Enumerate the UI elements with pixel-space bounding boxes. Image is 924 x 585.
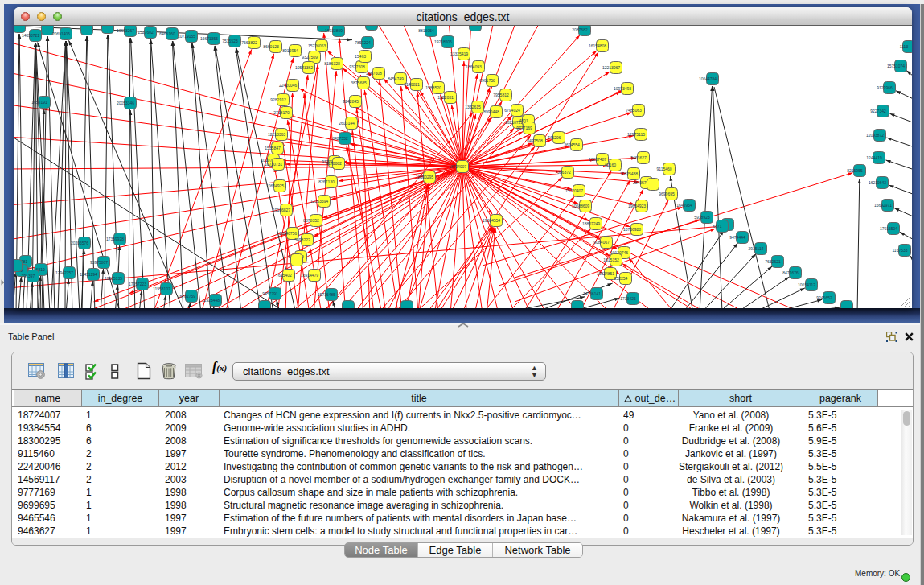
svg-text:8427552: 8427552 bbox=[332, 136, 348, 141]
svg-text:22420046: 22420046 bbox=[279, 83, 297, 88]
svg-text:10654112: 10654112 bbox=[798, 282, 815, 287]
svg-text:16914479: 16914479 bbox=[301, 273, 318, 278]
svg-text:8912954: 8912954 bbox=[282, 48, 298, 53]
svg-text:19384554: 19384554 bbox=[483, 218, 500, 223]
svg-text:10653267: 10653267 bbox=[117, 28, 134, 33]
svg-text:17359928: 17359928 bbox=[106, 237, 124, 241]
svg-text:8215955: 8215955 bbox=[847, 168, 863, 173]
svg-text:12923448: 12923448 bbox=[202, 298, 220, 303]
svg-text:1167533: 1167533 bbox=[892, 248, 907, 253]
svg-text:8454749: 8454749 bbox=[388, 76, 404, 81]
svg-text:20691406: 20691406 bbox=[52, 31, 70, 36]
svg-text:9227342: 9227342 bbox=[870, 109, 886, 113]
svg-text:7955812: 7955812 bbox=[493, 93, 509, 97]
svg-text:1650191: 1650191 bbox=[31, 100, 47, 105]
svg-text:1640954: 1640954 bbox=[676, 203, 692, 208]
svg-text:5938923: 5938923 bbox=[694, 215, 710, 220]
svg-text:10644784: 10644784 bbox=[699, 76, 717, 81]
svg-text:2087682: 2087682 bbox=[572, 27, 588, 32]
svg-text:2367608: 2367608 bbox=[366, 71, 382, 76]
svg-text:11958107: 11958107 bbox=[153, 286, 170, 291]
svg-text:1244419: 1244419 bbox=[866, 155, 882, 160]
svg-text:7386372: 7386372 bbox=[555, 170, 571, 175]
svg-text:10730731: 10730731 bbox=[265, 162, 282, 167]
svg-text:7515523: 7515523 bbox=[222, 39, 238, 43]
svg-text:10654925: 10654925 bbox=[266, 183, 284, 188]
svg-text:791397: 791397 bbox=[22, 274, 35, 278]
svg-text:7485063: 7485063 bbox=[626, 108, 642, 113]
svg-text:9699695: 9699695 bbox=[659, 192, 675, 196]
svg-text:9463627: 9463627 bbox=[630, 155, 647, 160]
svg-text:93975867: 93975867 bbox=[90, 260, 108, 265]
svg-text:15751074: 15751074 bbox=[887, 64, 905, 68]
svg-text:9115460: 9115460 bbox=[656, 167, 671, 171]
svg-text:9242845: 9242845 bbox=[343, 99, 359, 104]
svg-text:6961758: 6961758 bbox=[479, 78, 495, 83]
svg-text:15692971: 15692971 bbox=[874, 203, 892, 208]
svg-text:6466160: 6466160 bbox=[159, 31, 175, 36]
svg-text:2718170: 2718170 bbox=[273, 110, 290, 115]
svg-text:62160: 62160 bbox=[605, 163, 616, 167]
svg-text:17016504: 17016504 bbox=[880, 226, 897, 231]
svg-text:1527602: 1527602 bbox=[138, 30, 154, 35]
svg-text:1615152: 1615152 bbox=[603, 257, 619, 262]
svg-text:16154808: 16154808 bbox=[589, 43, 606, 48]
svg-text:1535847: 1535847 bbox=[265, 146, 281, 150]
svg-text:2935114: 2935114 bbox=[748, 246, 763, 251]
svg-text:13325419: 13325419 bbox=[450, 51, 468, 56]
svg-text:12942757: 12942757 bbox=[55, 270, 73, 275]
svg-text:9282912: 9282912 bbox=[270, 97, 286, 102]
svg-text:1113: 1113 bbox=[900, 44, 909, 49]
svg-text:19218506: 19218506 bbox=[434, 39, 452, 44]
svg-text:7663822: 7663822 bbox=[241, 40, 257, 45]
svg-text:8990448: 8990448 bbox=[483, 109, 499, 114]
svg-text:16046756: 16046756 bbox=[279, 231, 297, 236]
svg-text:20206576: 20206576 bbox=[71, 241, 88, 245]
svg-text:10688609: 10688609 bbox=[572, 204, 589, 208]
svg-text:12213967: 12213967 bbox=[602, 65, 620, 70]
svg-text:10543362: 10543362 bbox=[295, 65, 313, 70]
svg-text:10807487: 10807487 bbox=[589, 157, 606, 162]
svg-text:1362615: 1362615 bbox=[465, 105, 481, 109]
svg-text:9327508: 9327508 bbox=[349, 64, 365, 69]
svg-text:9170082: 9170082 bbox=[326, 161, 342, 166]
svg-text:8186328: 8186328 bbox=[324, 61, 340, 66]
svg-text:8267130: 8267130 bbox=[318, 179, 335, 184]
svg-text:19166827: 19166827 bbox=[273, 208, 290, 212]
svg-text:8660123: 8660123 bbox=[263, 44, 279, 49]
svg-text:12505135: 12505135 bbox=[105, 276, 122, 281]
svg-text:16782759: 16782759 bbox=[178, 294, 195, 299]
svg-text:2603144: 2603144 bbox=[339, 121, 355, 126]
svg-text:746206: 746206 bbox=[548, 135, 561, 140]
svg-text:12093872: 12093872 bbox=[866, 133, 884, 138]
svg-text:9084067: 9084067 bbox=[593, 240, 610, 245]
svg-text:3875685: 3875685 bbox=[351, 80, 367, 85]
svg-text:11451194: 11451194 bbox=[80, 272, 97, 277]
svg-text:6794024: 6794024 bbox=[504, 108, 520, 113]
svg-text:12353594: 12353594 bbox=[310, 199, 328, 204]
svg-text:9245652: 9245652 bbox=[816, 295, 832, 300]
svg-text:5498222: 5498222 bbox=[294, 237, 310, 242]
svg-text:15720407: 15720407 bbox=[565, 188, 583, 193]
svg-text:9777169: 9777169 bbox=[516, 126, 532, 130]
svg-text:1322031: 1322031 bbox=[437, 95, 454, 100]
svg-text:15226053: 15226053 bbox=[308, 43, 326, 48]
svg-text:9327509: 9327509 bbox=[302, 55, 318, 60]
svg-text:14136141: 14136141 bbox=[583, 291, 601, 296]
svg-text:16671355: 16671355 bbox=[200, 36, 218, 41]
svg-text:17957223: 17957223 bbox=[129, 282, 146, 286]
svg-text:7632621: 7632621 bbox=[765, 259, 781, 264]
svg-text:6871: 6871 bbox=[713, 224, 721, 229]
svg-text:9457791: 9457791 bbox=[262, 291, 278, 296]
svg-text:18300295: 18300295 bbox=[416, 175, 433, 179]
svg-text:10719155: 10719155 bbox=[178, 34, 195, 39]
svg-text:1588520: 1588520 bbox=[425, 85, 441, 90]
svg-text:7625402: 7625402 bbox=[276, 273, 292, 278]
svg-text:12975115: 12975115 bbox=[627, 132, 645, 137]
svg-text:15716485: 15716485 bbox=[318, 292, 335, 297]
svg-text:14055721: 14055721 bbox=[22, 33, 39, 38]
svg-text:20053346: 20053346 bbox=[117, 101, 134, 105]
svg-text:1864093: 1864093 bbox=[466, 64, 482, 69]
svg-text:15463: 15463 bbox=[355, 54, 366, 59]
svg-text:12213363: 12213363 bbox=[268, 132, 285, 137]
